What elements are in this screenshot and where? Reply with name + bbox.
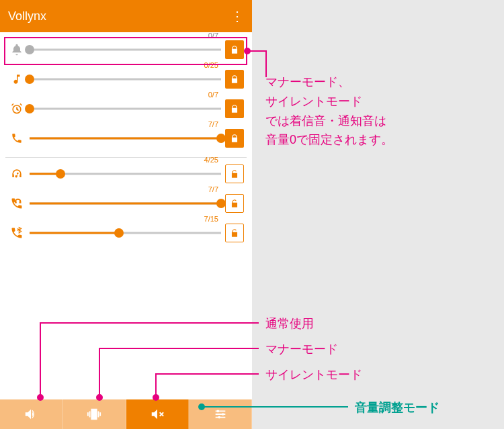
annotation-silent: サイレントモード xyxy=(265,365,362,385)
nav-silent[interactable] xyxy=(126,399,190,429)
annotation-normal: 通常使用 xyxy=(265,314,314,334)
callout-dot xyxy=(153,394,159,401)
lock-button[interactable] xyxy=(225,129,244,148)
callout-dot xyxy=(244,48,251,54)
svg-point-3 xyxy=(221,413,224,416)
mute-icon xyxy=(150,407,165,422)
unlock-button[interactable] xyxy=(225,194,244,213)
slider-value-label: 4/25 xyxy=(204,156,218,164)
svg-point-4 xyxy=(218,416,220,419)
callout-dot xyxy=(198,403,205,410)
svg-rect-1 xyxy=(91,410,96,420)
slider-media[interactable]: 0/25 xyxy=(30,70,221,88)
slider-value-label: 0/7 xyxy=(208,91,218,99)
slider-alarm[interactable]: 0/7 xyxy=(30,100,221,117)
slider-value-label: 0/7 xyxy=(208,32,218,40)
slider-call[interactable]: 7/7 xyxy=(30,130,221,147)
app-title: Vollynx xyxy=(8,9,46,23)
unlock-button[interactable] xyxy=(225,224,244,242)
slider-value-label: 7/7 xyxy=(208,185,218,193)
slider-value-label: 7/15 xyxy=(204,215,218,223)
slider-ring[interactable]: 0/7 xyxy=(30,41,221,58)
slider-row-bt-call: 7/15 xyxy=(5,220,247,249)
nav-manner[interactable] xyxy=(63,399,126,429)
lock-button[interactable] xyxy=(225,40,244,59)
slider-row-call: 7/7 xyxy=(5,125,247,154)
callout-dot xyxy=(96,394,103,401)
svg-point-2 xyxy=(216,410,219,413)
nav-normal[interactable] xyxy=(0,399,63,429)
slider-hp-call[interactable]: 7/7 xyxy=(30,195,221,212)
annotation-top: マナーモード、 サイレントモード では着信音・通知音は 音量0で固定されます。 xyxy=(265,73,393,150)
annotation-manner: マナーモード xyxy=(265,340,338,359)
bottom-nav xyxy=(0,399,252,429)
slider-bt-call[interactable]: 7/15 xyxy=(30,224,221,242)
slider-hp-media[interactable]: 4/25 xyxy=(30,165,221,183)
app-header: Vollynx ⋮ xyxy=(0,0,252,32)
phone-icon xyxy=(8,130,26,147)
headphone-note-icon xyxy=(8,165,26,183)
slider-value-label: 7/7 xyxy=(208,120,218,128)
nav-adjust[interactable] xyxy=(189,399,252,429)
speaker-icon xyxy=(24,407,38,422)
bell-icon xyxy=(8,41,26,58)
lock-button[interactable] xyxy=(225,70,244,89)
slider-list: 0/70/250/77/74/257/77/15 xyxy=(0,32,252,429)
lock-button[interactable] xyxy=(225,99,244,118)
vibrate-icon xyxy=(87,407,101,422)
unlock-button[interactable] xyxy=(225,164,244,183)
app-screen: Vollynx ⋮ 0/70/250/77/74/257/77/15 xyxy=(0,0,252,429)
note-icon xyxy=(8,70,26,88)
annotation-adjust: 音量調整モード xyxy=(355,398,439,418)
callout-dot xyxy=(37,394,44,401)
slider-value-label: 0/25 xyxy=(204,61,218,69)
phone-headphone-icon xyxy=(8,195,26,212)
phone-bt-icon xyxy=(8,224,26,242)
clock-icon xyxy=(8,100,26,117)
sliders-icon xyxy=(213,407,228,422)
menu-icon[interactable]: ⋮ xyxy=(230,9,244,23)
